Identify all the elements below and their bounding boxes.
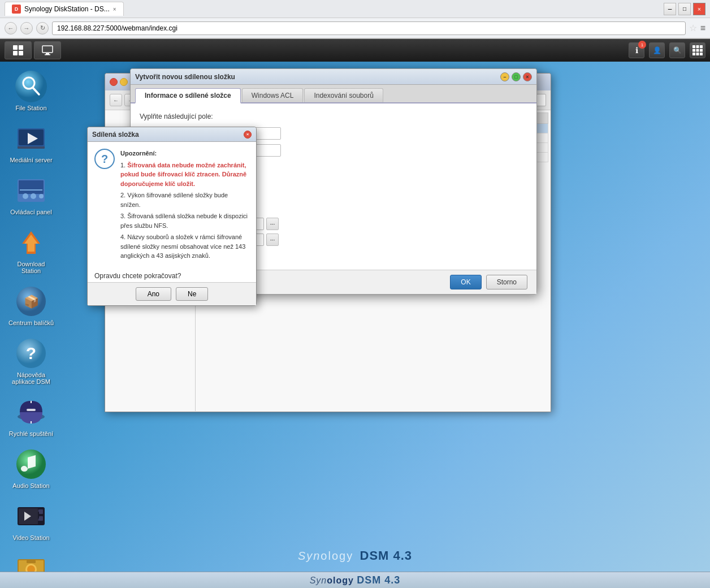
tab-info[interactable]: Informace o sdílené složce: [135, 88, 241, 103]
desktop-icon-photo-station[interactable]: Photo Station: [6, 549, 57, 572]
svg-rect-15: [700, 53, 703, 55]
audio-station-icon: [14, 447, 48, 481]
alert-dialog: Sdílená složka × ? Upozornění: 1. Šifrov…: [87, 127, 257, 306]
desktop-icon-file-station[interactable]: File Station: [6, 67, 57, 114]
dialog-tab-bar: Informace o sdílené složce Windows ACL I…: [131, 85, 536, 103]
yes-button[interactable]: Ano: [136, 287, 171, 301]
bookmark-icon[interactable]: ☆: [689, 23, 697, 33]
alert-item-4: 4. Názvy souborů a složek v rámci šifrov…: [120, 232, 249, 261]
address-bar[interactable]: [52, 21, 686, 35]
svg-text:📦: 📦: [24, 294, 40, 309]
apps-icon[interactable]: [690, 42, 705, 58]
svg-rect-9: [700, 45, 703, 48]
alert-item-3: 3. Šifrovaná sdílená složka nebude k dis…: [120, 211, 249, 230]
browser-menu-icon[interactable]: ≡: [700, 23, 705, 33]
quick-launch-icon: [14, 395, 48, 429]
desktop: File Station Mediální server: [0, 62, 710, 572]
svg-rect-43: [39, 509, 43, 514]
video-station-label: Video Station: [12, 534, 49, 541]
svg-rect-10: [692, 49, 695, 52]
svg-rect-12: [700, 49, 703, 52]
tab-close-button[interactable]: ×: [113, 6, 116, 12]
inner-back-button[interactable]: ←: [110, 94, 122, 106]
status-bar: Synology DSM 4.3: [0, 572, 710, 588]
tab-title: Synology DiskStation - DS...: [24, 5, 110, 13]
svg-rect-13: [692, 53, 695, 55]
alert-question: Opravdu chcete pokračovat?: [88, 267, 256, 282]
download-station-icon: [14, 226, 48, 260]
svg-rect-8: [696, 45, 699, 48]
user-icon[interactable]: 👤: [649, 42, 665, 58]
window-close-button[interactable]: ×: [693, 3, 705, 15]
browser-tab[interactable]: D Synology DiskStation - DS... ×: [5, 2, 124, 16]
control-panel-icon: [14, 174, 48, 207]
desktop-icon-dsm-help[interactable]: ? Nápověda aplikace DSM: [6, 334, 57, 387]
svg-point-26: [23, 193, 28, 199]
dsm-branding: Synology DSM 4.3: [298, 548, 412, 563]
tab-index[interactable]: Indexování souborů: [304, 88, 383, 102]
control-panel-label: Ovládací panel: [10, 209, 51, 215]
synology-taskbar: ℹ 1 👤 🔍: [0, 39, 710, 62]
svg-line-45: [38, 509, 39, 512]
desktop-icon-audio-station[interactable]: Audio Station: [6, 445, 57, 491]
svg-marker-30: [24, 235, 38, 252]
svg-line-46: [38, 518, 39, 521]
dialog-maximize-button[interactable]: □: [512, 72, 521, 81]
svg-rect-51: [27, 560, 36, 563]
svg-rect-5: [46, 53, 49, 54]
tab-favicon: D: [12, 5, 21, 14]
photo-station-icon: [14, 551, 48, 572]
tab-acl[interactable]: Windows ACL: [242, 88, 304, 102]
dialog-controls: – □ ×: [500, 72, 532, 81]
monitor-icon: [42, 45, 53, 56]
svg-rect-25: [20, 189, 42, 191]
no-button[interactable]: Ne: [176, 287, 208, 301]
grid-icon: [12, 45, 24, 56]
desktop-icon-package-center[interactable]: 📦 Centrum balíčků: [6, 282, 57, 328]
taskbar-monitor-button[interactable]: [34, 41, 61, 59]
cancel-button[interactable]: Storno: [486, 275, 527, 289]
svg-rect-1: [19, 45, 23, 50]
dialog-close-button[interactable]: ×: [523, 72, 532, 81]
package-center-label: Centrum balíčků: [8, 319, 54, 326]
taskbar-grid-button[interactable]: [5, 41, 32, 59]
dsm-help-label: Nápověda aplikace DSM: [8, 371, 54, 385]
notifications-icon[interactable]: ℹ 1: [629, 42, 644, 58]
svg-rect-4: [42, 46, 53, 53]
alert-buttons: Ano Ne: [88, 282, 256, 305]
form-description: Vyplňte následující pole:: [140, 113, 527, 120]
desktop-icon-media-server[interactable]: Mediální server: [6, 119, 57, 166]
forward-button[interactable]: →: [20, 22, 33, 34]
dialog-title: Vytvořit novou sdílenou složku: [135, 73, 500, 81]
dialog-minimize-button[interactable]: –: [500, 72, 509, 81]
audio-station-label: Audio Station: [12, 482, 49, 489]
alert-question-icon: ?: [94, 149, 115, 169]
window-maximize-button[interactable]: □: [678, 3, 691, 15]
bg-win-close[interactable]: [110, 78, 118, 86]
refresh-button[interactable]: ↻: [36, 22, 49, 34]
svg-text:?: ?: [26, 344, 36, 362]
bg-win-minimize[interactable]: [120, 78, 128, 86]
svg-rect-38: [27, 409, 36, 411]
media-server-icon: [14, 122, 48, 155]
back-button[interactable]: ←: [5, 22, 17, 34]
package-center-icon: 📦: [14, 284, 48, 318]
confirm-key-show-button[interactable]: ···: [266, 234, 279, 246]
desktop-icon-video-station[interactable]: Video Station: [6, 497, 57, 543]
ok-button[interactable]: OK: [450, 275, 481, 289]
dsm-version: DSM 4.3: [360, 548, 413, 563]
quick-launch-label: Rychlé spuštění: [9, 430, 53, 437]
desktop-icon-quick-launch[interactable]: Rychlé spuštění: [6, 393, 57, 439]
svg-point-16: [15, 71, 47, 102]
alert-item-2: 2. Výkon šifrované sdílené složky bude s…: [120, 191, 249, 209]
desktop-icon-control-panel[interactable]: Ovládací panel: [6, 171, 57, 218]
video-station-icon: [14, 499, 48, 533]
search-icon[interactable]: 🔍: [669, 42, 685, 58]
taskbar-left: [5, 41, 61, 59]
alert-text: Upozornění: 1. Šifrovaná data nebude mož…: [120, 149, 249, 261]
notification-badge: 1: [638, 41, 646, 49]
encrypt-key-show-button[interactable]: ···: [266, 218, 279, 230]
alert-close-button[interactable]: ×: [244, 131, 252, 139]
desktop-icon-download-station[interactable]: Download Station: [6, 223, 57, 276]
window-minimize-button[interactable]: –: [664, 3, 676, 15]
